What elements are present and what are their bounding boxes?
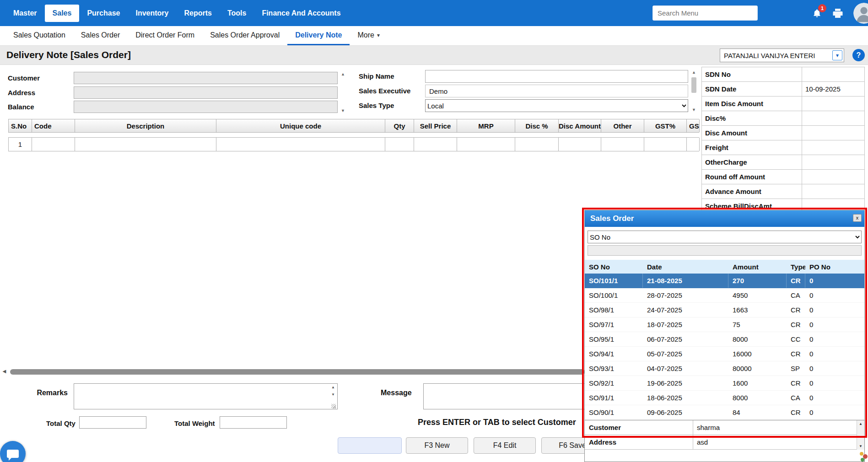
sales-sub-navigation: Sales Quotation Sales Order Direct Order… <box>0 26 868 46</box>
left-fields-scrollbar[interactable]: ▲ ▼ <box>340 72 346 113</box>
so-filter-select[interactable]: SO No <box>588 231 862 243</box>
nav-item-tools[interactable]: Tools <box>220 5 254 22</box>
cell-qty[interactable] <box>385 138 414 151</box>
so-table-row[interactable]: SO/100/1 28-07-2025 4950 CA 0 <box>585 288 864 303</box>
help-button[interactable]: ? <box>852 49 865 61</box>
popup-close-button[interactable]: x <box>853 214 862 222</box>
nav-item-purchase[interactable]: Purchase <box>79 5 128 22</box>
so-table-row-selected[interactable]: SO/101/1 21-08-2025 270 CR 0 <box>585 274 864 288</box>
summary-row: Disc Amount <box>702 126 864 140</box>
address-field[interactable] <box>74 86 338 99</box>
total-qty-label: Total Qty <box>46 419 75 427</box>
scroll-down-icon[interactable]: ▼ <box>331 392 335 397</box>
cell-description[interactable] <box>75 138 216 151</box>
company-selector[interactable]: PATANJALI VANIJYA ENTERI ▾ <box>720 48 844 62</box>
topnav-right-area: 1 <box>652 3 868 24</box>
ship-name-input[interactable] <box>425 70 688 83</box>
summary-value <box>802 184 864 199</box>
so-table-row[interactable]: SO/91/1 18-06-2025 8000 CA 0 <box>585 391 864 405</box>
scroll-down-icon[interactable]: ▼ <box>692 107 696 112</box>
popup-info-scrollbar[interactable]: ▲ ▼ <box>857 420 864 450</box>
nav-item-inventory[interactable]: Inventory <box>128 5 176 22</box>
cell-other[interactable] <box>601 138 644 151</box>
column-header-code: Code <box>32 119 75 132</box>
delivery-summary-panel: SDN No SDN Date10-09-2025 Item Disc Amou… <box>701 67 865 214</box>
footer-blank-button[interactable] <box>338 437 402 454</box>
tab-sales-quotation[interactable]: Sales Quotation <box>5 26 73 45</box>
nav-item-sales[interactable]: Sales <box>45 5 80 22</box>
tab-direct-order-form[interactable]: Direct Order Form <box>128 26 202 45</box>
company-dropdown-button[interactable]: ▾ <box>832 50 842 60</box>
sales-type-select[interactable]: Local <box>425 99 688 112</box>
so-table-row[interactable]: SO/90/1 09-06-2025 84 CR 0 <box>585 405 864 420</box>
cell-mrp[interactable] <box>457 138 515 151</box>
summary-value <box>802 97 864 111</box>
summary-label: Disc% <box>702 111 802 125</box>
cell-disc-percent[interactable] <box>515 138 559 151</box>
so-cell: 0 <box>805 365 864 372</box>
app-window: Master Sales Purchase Inventory Reports … <box>0 0 868 462</box>
remarks-textarea[interactable] <box>74 383 338 409</box>
so-cell: CR <box>787 321 805 328</box>
customer-field[interactable] <box>74 72 338 84</box>
so-table-row[interactable]: SO/94/1 05-07-2025 16000 CR 0 <box>585 347 864 361</box>
scroll-up-icon[interactable]: ▲ <box>859 422 863 426</box>
total-weight-input[interactable] <box>220 416 287 429</box>
cell-gst-amt[interactable] <box>687 138 700 151</box>
tab-delivery-note[interactable]: Delivery Note <box>287 26 350 45</box>
balance-label: Balance <box>8 103 34 111</box>
scroll-down-icon[interactable]: ▼ <box>859 444 863 448</box>
cell-unique-code[interactable] <box>216 138 385 151</box>
summary-value <box>802 111 864 125</box>
tab-more[interactable]: More▾ <box>350 26 387 45</box>
nav-item-master[interactable]: Master <box>5 5 45 22</box>
popup-title-bar[interactable]: Sales Order x <box>585 210 864 227</box>
so-cell: 0 <box>805 350 864 358</box>
tab-sales-order[interactable]: Sales Order <box>73 26 128 45</box>
tab-sales-order-approval[interactable]: Sales Order Approval <box>202 26 287 45</box>
search-menu-input[interactable] <box>652 5 758 21</box>
sales-executive-input[interactable] <box>425 85 688 97</box>
so-table-row[interactable]: SO/95/1 06-07-2025 8000 CC 0 <box>585 332 864 347</box>
items-table-header: S.No Code Description Unique code Qty Se… <box>8 119 699 133</box>
scrollbar-thumb[interactable] <box>691 77 696 93</box>
print-button[interactable] <box>832 8 843 18</box>
cell-sell-price[interactable] <box>414 138 457 151</box>
so-table-row[interactable]: SO/98/1 24-07-2025 1663 CR 0 <box>585 303 864 317</box>
so-cell: 04-07-2025 <box>643 365 728 372</box>
so-table-row[interactable]: SO/92/1 19-06-2025 1600 CR 0 <box>585 376 864 391</box>
balance-field[interactable] <box>74 101 338 113</box>
resize-handle-icon[interactable] <box>331 404 336 408</box>
so-cell: 0 <box>805 274 864 288</box>
avatar[interactable] <box>853 3 868 24</box>
so-table-row[interactable]: SO/97/1 18-07-2025 75 CR 0 <box>585 317 864 332</box>
so-search-input[interactable] <box>588 245 862 256</box>
scroll-down-icon[interactable]: ▼ <box>341 108 345 113</box>
so-cell: 16000 <box>728 350 787 358</box>
f3-new-button[interactable]: F3 New <box>406 437 468 454</box>
nav-item-finance-and-accounts[interactable]: Finance And Accounts <box>254 5 348 22</box>
cell-gst-percent[interactable] <box>644 138 687 151</box>
top-navigation: Master Sales Purchase Inventory Reports … <box>0 0 868 26</box>
scroll-up-icon[interactable]: ▲ <box>341 72 345 76</box>
sales-executive-label: Sales Executive <box>359 87 410 95</box>
so-cell: 0 <box>805 394 864 402</box>
scroll-left-icon[interactable]: ◄ <box>1 368 7 375</box>
scroll-up-icon[interactable]: ▲ <box>692 70 696 75</box>
column-header-type: Type <box>787 263 805 271</box>
cell-disc-amount[interactable] <box>559 138 601 151</box>
nav-item-reports[interactable]: Reports <box>176 5 219 22</box>
summary-label: Advance Amount <box>702 184 802 199</box>
cell-sno[interactable]: 1 <box>9 138 32 151</box>
message-input[interactable] <box>423 383 585 409</box>
so-table-row[interactable]: SO/93/1 04-07-2025 80000 SP 0 <box>585 361 864 376</box>
cell-code[interactable] <box>32 138 75 151</box>
chat-fab[interactable] <box>0 441 26 462</box>
notifications-button[interactable]: 1 <box>812 8 822 19</box>
middle-fields-scrollbar[interactable]: ▲ ▼ <box>690 70 697 112</box>
total-qty-input[interactable] <box>79 416 146 429</box>
horizontal-scrollbar-thumb[interactable] <box>10 369 585 375</box>
scroll-up-icon[interactable]: ▲ <box>331 385 335 389</box>
remarks-scrollbar[interactable]: ▲ ▼ <box>330 385 336 397</box>
f4-edit-button[interactable]: F4 Edit <box>474 437 536 454</box>
